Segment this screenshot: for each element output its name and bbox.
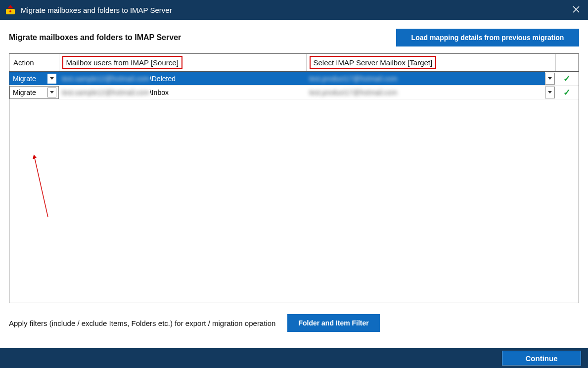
column-action: Action bbox=[9, 54, 59, 72]
action-label: Migrate bbox=[13, 75, 36, 83]
filter-text: Apply filters (include / exclude Items, … bbox=[9, 319, 275, 327]
column-target: Select IMAP Server Mailbox [Target] bbox=[306, 54, 556, 72]
action-select[interactable]: Migrate bbox=[9, 86, 59, 99]
svg-line-5 bbox=[34, 156, 48, 217]
source-cell: test.sample12@hotmail.com \Deleted bbox=[59, 72, 306, 85]
column-source-label: Mailbox users from IMAP [Source] bbox=[63, 57, 181, 68]
target-mailbox: test.product17@hotmail.com bbox=[309, 89, 397, 96]
app-icon bbox=[5, 4, 16, 15]
chevron-down-icon[interactable] bbox=[545, 73, 555, 85]
chevron-down-icon[interactable] bbox=[47, 74, 56, 84]
header-row: Migrate mailboxes and folders to IMAP Se… bbox=[9, 29, 579, 46]
source-cell: test.sample12@hotmail.com \Inbox bbox=[59, 86, 306, 99]
check-icon: ✓ bbox=[563, 74, 571, 84]
footer-bar: Continue bbox=[0, 348, 588, 368]
target-mailbox: test.product17@hotmail.com bbox=[309, 75, 397, 83]
column-status bbox=[556, 54, 579, 72]
table-row[interactable]: Migrate test.sample12@hotmail.com \Inbox… bbox=[9, 86, 579, 99]
titlebar: Migrate mailboxes and folders to IMAP Se… bbox=[0, 0, 588, 20]
annotation-arrow bbox=[27, 153, 57, 222]
chevron-down-icon[interactable] bbox=[545, 87, 555, 98]
source-mailbox: test.sample12@hotmail.com bbox=[62, 75, 149, 83]
action-label: Migrate bbox=[13, 89, 36, 96]
mapping-grid: Action Mailbox users from IMAP [Source] … bbox=[9, 53, 579, 303]
check-icon: ✓ bbox=[563, 88, 571, 97]
window-title: Migrate mailboxes and folders to IMAP Se… bbox=[21, 6, 569, 14]
main-panel: Migrate mailboxes and folders to IMAP Se… bbox=[0, 20, 588, 303]
page-title: Migrate mailboxes and folders to IMAP Se… bbox=[9, 33, 181, 42]
load-mapping-button[interactable]: Load mapping details from previous migra… bbox=[396, 29, 579, 46]
table-row[interactable]: Migrate test.sample12@hotmail.com \Delet… bbox=[9, 72, 579, 86]
filter-row: Apply filters (include / exclude Items, … bbox=[0, 303, 588, 332]
close-icon[interactable] bbox=[569, 5, 583, 15]
column-source: Mailbox users from IMAP [Source] bbox=[59, 54, 306, 72]
source-folder: \Deleted bbox=[150, 75, 176, 83]
svg-point-2 bbox=[9, 10, 11, 12]
column-target-label: Select IMAP Server Mailbox [Target] bbox=[311, 57, 436, 68]
action-select[interactable]: Migrate bbox=[9, 72, 59, 85]
svg-marker-1 bbox=[7, 5, 13, 8]
chevron-down-icon[interactable] bbox=[47, 88, 56, 97]
folder-item-filter-button[interactable]: Folder and Item Filter bbox=[287, 314, 379, 332]
continue-button[interactable]: Continue bbox=[502, 351, 581, 366]
target-select[interactable]: test.product17@hotmail.com bbox=[306, 86, 556, 99]
source-mailbox: test.sample12@hotmail.com bbox=[62, 89, 149, 96]
target-select[interactable]: test.product17@hotmail.com bbox=[306, 72, 556, 85]
source-folder: \Inbox bbox=[150, 89, 169, 96]
